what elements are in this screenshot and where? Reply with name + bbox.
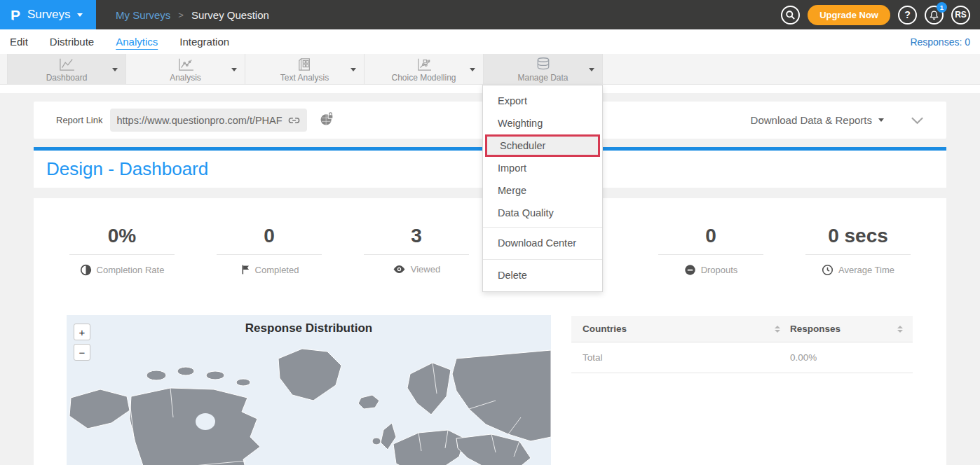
column-header-countries[interactable]: Countries <box>571 324 790 334</box>
tab-text-analysis[interactable]: Text Analysis <box>245 54 365 84</box>
stat-dropouts: 0 Dropouts <box>637 225 784 276</box>
questionpro-logo-icon: P <box>11 8 20 22</box>
brand-label: Surveys <box>27 8 70 22</box>
sort-icon[interactable] <box>897 326 903 333</box>
sort-icon[interactable] <box>775 326 780 333</box>
total-value: 0.00% <box>790 352 913 363</box>
menu-item-download-center[interactable]: Download Center <box>483 230 602 256</box>
download-data-reports-dropdown[interactable]: Download Data & Reports <box>751 114 884 126</box>
report-url-text: https://www.questionpro.com/t/PHAF <box>116 115 285 126</box>
topbar-actions: Upgrade Now ? 1 RS <box>781 5 980 25</box>
notifications-button[interactable]: 1 <box>925 6 944 25</box>
manage-data-dropdown: Export Weighting Scheduler Import Merge … <box>482 85 603 292</box>
nav-item-edit[interactable]: Edit <box>10 36 28 48</box>
question-mark-icon: ? <box>904 9 911 20</box>
globe-lock-icon[interactable] <box>319 111 334 130</box>
nav-item-integration[interactable]: Integration <box>179 36 229 48</box>
chevron-down-icon[interactable] <box>231 68 237 71</box>
world-map <box>67 333 551 465</box>
upgrade-now-button[interactable]: Upgrade Now <box>808 5 890 25</box>
countries-table-header: Countries Responses <box>571 316 913 342</box>
topbar: P Surveys My Surveys > Survey Question U… <box>0 0 980 29</box>
model-chart-icon <box>415 57 433 71</box>
avatar-initials: RS <box>955 10 967 20</box>
primary-nav: Edit Distribute Analytics Integration Re… <box>0 29 980 54</box>
menu-item-import[interactable]: Import <box>483 157 602 179</box>
tab-manage-data[interactable]: Manage Data <box>484 54 603 84</box>
search-button[interactable] <box>781 6 800 25</box>
stat-completion-rate: 0% Completion Rate <box>48 225 196 276</box>
stat-average-time: 0 secs Average Time <box>784 225 932 276</box>
minus-circle-icon <box>684 264 696 276</box>
responses-count: Responses: 0 <box>910 36 970 48</box>
scatter-chart-icon <box>177 57 195 71</box>
half-circle-icon <box>80 264 92 276</box>
chevron-down-icon[interactable] <box>470 68 475 71</box>
page-title: Design - Dashboard <box>46 158 208 180</box>
report-link-label: Report Link <box>56 115 102 125</box>
menu-item-export[interactable]: Export <box>483 90 602 112</box>
menu-divider <box>483 227 602 228</box>
link-icon[interactable] <box>287 115 301 126</box>
surveys-menu-button[interactable]: P Surveys <box>0 0 96 29</box>
map-title: Response Distribution <box>67 321 551 335</box>
zoom-in-button[interactable]: + <box>74 324 90 340</box>
document-grid-icon <box>297 57 313 71</box>
chevron-down-icon <box>77 13 83 17</box>
eye-icon <box>393 265 406 274</box>
breadcrumb-current-survey: Survey Question <box>191 9 269 21</box>
tab-choice-modelling[interactable]: Choice Modelling <box>365 54 484 84</box>
menu-item-scheduler[interactable]: Scheduler <box>485 134 600 157</box>
nav-item-analytics[interactable]: Analytics <box>116 36 158 48</box>
menu-item-data-quality[interactable]: Data Quality <box>483 202 602 224</box>
collapse-chevron-icon[interactable] <box>911 116 924 125</box>
menu-item-delete[interactable]: Delete <box>483 262 602 289</box>
stat-viewed: 3 Viewed <box>343 225 490 276</box>
tab-analysis[interactable]: Analysis <box>126 54 245 84</box>
line-chart-icon <box>57 57 76 71</box>
map-zoom-controls: + − <box>74 324 90 364</box>
table-row-total: Total 0.00% <box>571 342 913 373</box>
response-distribution-map[interactable]: Response Distribution + − <box>67 315 551 465</box>
chevron-down-icon[interactable] <box>351 68 356 71</box>
stat-completed: 0 Completed <box>196 225 343 276</box>
tab-dashboard[interactable]: Dashboard <box>7 54 126 84</box>
breadcrumb: My Surveys > Survey Question <box>116 9 269 21</box>
notification-count-badge: 1 <box>937 2 947 13</box>
database-icon <box>535 57 552 71</box>
caret-down-icon <box>878 118 884 122</box>
menu-divider <box>483 259 602 260</box>
column-header-responses[interactable]: Responses <box>790 324 913 334</box>
nav-item-distribute[interactable]: Distribute <box>50 36 94 48</box>
menu-item-weighting[interactable]: Weighting <box>483 112 602 134</box>
menu-item-merge[interactable]: Merge <box>483 179 602 202</box>
report-link-input[interactable]: https://www.questionpro.com/t/PHAF <box>110 109 307 132</box>
search-icon <box>785 10 796 20</box>
breadcrumb-separator: > <box>178 10 184 20</box>
chevron-down-icon[interactable] <box>589 68 594 71</box>
chevron-down-icon[interactable] <box>112 68 118 71</box>
zoom-out-button[interactable]: − <box>74 344 90 361</box>
countries-table: Countries Responses Total 0.00% <box>571 316 913 373</box>
total-label: Total <box>571 352 790 363</box>
breadcrumb-my-surveys[interactable]: My Surveys <box>116 9 170 21</box>
help-button[interactable]: ? <box>898 6 917 25</box>
flag-icon <box>240 264 250 275</box>
clock-icon <box>822 264 833 276</box>
analytics-toolbar: Dashboard Analysis Text Analysis <box>0 54 980 85</box>
user-avatar[interactable]: RS <box>951 6 970 25</box>
